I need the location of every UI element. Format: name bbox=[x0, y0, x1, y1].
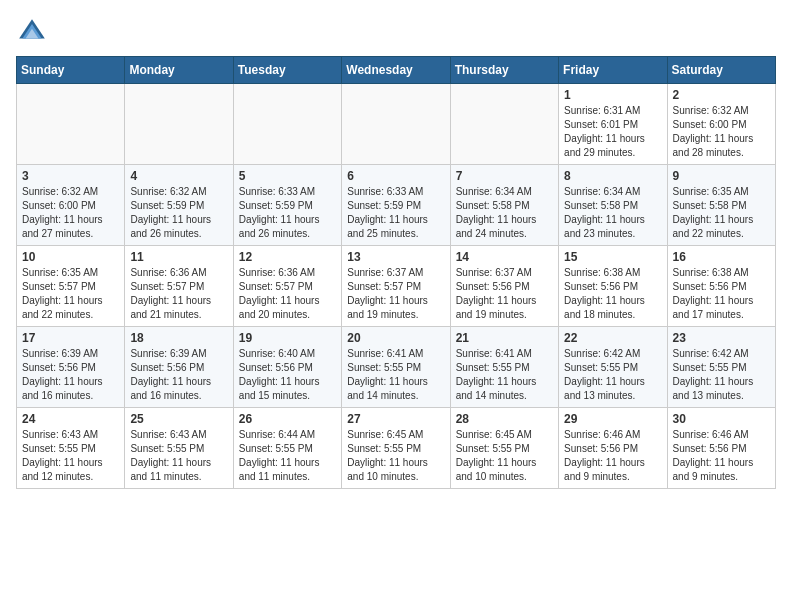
calendar-cell: 22Sunrise: 6:42 AM Sunset: 5:55 PM Dayli… bbox=[559, 327, 667, 408]
day-info: Sunrise: 6:32 AM Sunset: 6:00 PM Dayligh… bbox=[22, 185, 119, 241]
calendar-cell: 4Sunrise: 6:32 AM Sunset: 5:59 PM Daylig… bbox=[125, 165, 233, 246]
day-info: Sunrise: 6:43 AM Sunset: 5:55 PM Dayligh… bbox=[130, 428, 227, 484]
weekday-header-sunday: Sunday bbox=[17, 57, 125, 84]
day-number: 2 bbox=[673, 88, 770, 102]
day-info: Sunrise: 6:41 AM Sunset: 5:55 PM Dayligh… bbox=[456, 347, 553, 403]
day-number: 23 bbox=[673, 331, 770, 345]
weekday-header-saturday: Saturday bbox=[667, 57, 775, 84]
calendar-cell: 24Sunrise: 6:43 AM Sunset: 5:55 PM Dayli… bbox=[17, 408, 125, 489]
weekday-header-thursday: Thursday bbox=[450, 57, 558, 84]
calendar-cell bbox=[17, 84, 125, 165]
day-info: Sunrise: 6:33 AM Sunset: 5:59 PM Dayligh… bbox=[347, 185, 444, 241]
calendar-cell: 9Sunrise: 6:35 AM Sunset: 5:58 PM Daylig… bbox=[667, 165, 775, 246]
week-row-1: 1Sunrise: 6:31 AM Sunset: 6:01 PM Daylig… bbox=[17, 84, 776, 165]
day-number: 16 bbox=[673, 250, 770, 264]
calendar-cell: 2Sunrise: 6:32 AM Sunset: 6:00 PM Daylig… bbox=[667, 84, 775, 165]
calendar-cell: 29Sunrise: 6:46 AM Sunset: 5:56 PM Dayli… bbox=[559, 408, 667, 489]
day-info: Sunrise: 6:46 AM Sunset: 5:56 PM Dayligh… bbox=[673, 428, 770, 484]
day-number: 6 bbox=[347, 169, 444, 183]
weekday-header-monday: Monday bbox=[125, 57, 233, 84]
calendar: SundayMondayTuesdayWednesdayThursdayFrid… bbox=[16, 56, 776, 489]
day-info: Sunrise: 6:42 AM Sunset: 5:55 PM Dayligh… bbox=[673, 347, 770, 403]
day-number: 7 bbox=[456, 169, 553, 183]
day-info: Sunrise: 6:35 AM Sunset: 5:57 PM Dayligh… bbox=[22, 266, 119, 322]
weekday-header-wednesday: Wednesday bbox=[342, 57, 450, 84]
day-number: 30 bbox=[673, 412, 770, 426]
day-number: 18 bbox=[130, 331, 227, 345]
calendar-cell: 25Sunrise: 6:43 AM Sunset: 5:55 PM Dayli… bbox=[125, 408, 233, 489]
day-info: Sunrise: 6:32 AM Sunset: 6:00 PM Dayligh… bbox=[673, 104, 770, 160]
day-info: Sunrise: 6:32 AM Sunset: 5:59 PM Dayligh… bbox=[130, 185, 227, 241]
calendar-cell bbox=[342, 84, 450, 165]
day-number: 27 bbox=[347, 412, 444, 426]
day-number: 28 bbox=[456, 412, 553, 426]
calendar-cell: 13Sunrise: 6:37 AM Sunset: 5:57 PM Dayli… bbox=[342, 246, 450, 327]
day-info: Sunrise: 6:38 AM Sunset: 5:56 PM Dayligh… bbox=[673, 266, 770, 322]
day-info: Sunrise: 6:44 AM Sunset: 5:55 PM Dayligh… bbox=[239, 428, 336, 484]
calendar-cell: 20Sunrise: 6:41 AM Sunset: 5:55 PM Dayli… bbox=[342, 327, 450, 408]
day-number: 26 bbox=[239, 412, 336, 426]
calendar-cell: 30Sunrise: 6:46 AM Sunset: 5:56 PM Dayli… bbox=[667, 408, 775, 489]
day-info: Sunrise: 6:33 AM Sunset: 5:59 PM Dayligh… bbox=[239, 185, 336, 241]
calendar-cell: 12Sunrise: 6:36 AM Sunset: 5:57 PM Dayli… bbox=[233, 246, 341, 327]
calendar-cell: 3Sunrise: 6:32 AM Sunset: 6:00 PM Daylig… bbox=[17, 165, 125, 246]
day-number: 10 bbox=[22, 250, 119, 264]
logo-icon bbox=[16, 16, 48, 48]
weekday-header-row: SundayMondayTuesdayWednesdayThursdayFrid… bbox=[17, 57, 776, 84]
calendar-cell: 10Sunrise: 6:35 AM Sunset: 5:57 PM Dayli… bbox=[17, 246, 125, 327]
calendar-cell: 5Sunrise: 6:33 AM Sunset: 5:59 PM Daylig… bbox=[233, 165, 341, 246]
day-number: 17 bbox=[22, 331, 119, 345]
day-info: Sunrise: 6:38 AM Sunset: 5:56 PM Dayligh… bbox=[564, 266, 661, 322]
day-number: 3 bbox=[22, 169, 119, 183]
day-info: Sunrise: 6:41 AM Sunset: 5:55 PM Dayligh… bbox=[347, 347, 444, 403]
day-info: Sunrise: 6:39 AM Sunset: 5:56 PM Dayligh… bbox=[130, 347, 227, 403]
day-number: 1 bbox=[564, 88, 661, 102]
weekday-header-friday: Friday bbox=[559, 57, 667, 84]
day-info: Sunrise: 6:46 AM Sunset: 5:56 PM Dayligh… bbox=[564, 428, 661, 484]
day-info: Sunrise: 6:35 AM Sunset: 5:58 PM Dayligh… bbox=[673, 185, 770, 241]
day-info: Sunrise: 6:31 AM Sunset: 6:01 PM Dayligh… bbox=[564, 104, 661, 160]
day-number: 12 bbox=[239, 250, 336, 264]
day-info: Sunrise: 6:40 AM Sunset: 5:56 PM Dayligh… bbox=[239, 347, 336, 403]
day-number: 22 bbox=[564, 331, 661, 345]
day-number: 5 bbox=[239, 169, 336, 183]
calendar-cell: 15Sunrise: 6:38 AM Sunset: 5:56 PM Dayli… bbox=[559, 246, 667, 327]
calendar-cell bbox=[450, 84, 558, 165]
calendar-cell: 11Sunrise: 6:36 AM Sunset: 5:57 PM Dayli… bbox=[125, 246, 233, 327]
day-number: 11 bbox=[130, 250, 227, 264]
day-info: Sunrise: 6:42 AM Sunset: 5:55 PM Dayligh… bbox=[564, 347, 661, 403]
week-row-2: 3Sunrise: 6:32 AM Sunset: 6:00 PM Daylig… bbox=[17, 165, 776, 246]
calendar-cell: 7Sunrise: 6:34 AM Sunset: 5:58 PM Daylig… bbox=[450, 165, 558, 246]
day-number: 20 bbox=[347, 331, 444, 345]
day-info: Sunrise: 6:34 AM Sunset: 5:58 PM Dayligh… bbox=[456, 185, 553, 241]
day-number: 14 bbox=[456, 250, 553, 264]
calendar-cell: 21Sunrise: 6:41 AM Sunset: 5:55 PM Dayli… bbox=[450, 327, 558, 408]
day-number: 19 bbox=[239, 331, 336, 345]
calendar-cell: 8Sunrise: 6:34 AM Sunset: 5:58 PM Daylig… bbox=[559, 165, 667, 246]
weekday-header-tuesday: Tuesday bbox=[233, 57, 341, 84]
day-info: Sunrise: 6:36 AM Sunset: 5:57 PM Dayligh… bbox=[239, 266, 336, 322]
day-number: 9 bbox=[673, 169, 770, 183]
calendar-cell: 14Sunrise: 6:37 AM Sunset: 5:56 PM Dayli… bbox=[450, 246, 558, 327]
week-row-4: 17Sunrise: 6:39 AM Sunset: 5:56 PM Dayli… bbox=[17, 327, 776, 408]
day-number: 4 bbox=[130, 169, 227, 183]
day-info: Sunrise: 6:45 AM Sunset: 5:55 PM Dayligh… bbox=[456, 428, 553, 484]
page-header bbox=[16, 16, 776, 48]
calendar-cell: 17Sunrise: 6:39 AM Sunset: 5:56 PM Dayli… bbox=[17, 327, 125, 408]
day-info: Sunrise: 6:43 AM Sunset: 5:55 PM Dayligh… bbox=[22, 428, 119, 484]
calendar-cell: 19Sunrise: 6:40 AM Sunset: 5:56 PM Dayli… bbox=[233, 327, 341, 408]
week-row-3: 10Sunrise: 6:35 AM Sunset: 5:57 PM Dayli… bbox=[17, 246, 776, 327]
day-info: Sunrise: 6:34 AM Sunset: 5:58 PM Dayligh… bbox=[564, 185, 661, 241]
day-info: Sunrise: 6:45 AM Sunset: 5:55 PM Dayligh… bbox=[347, 428, 444, 484]
calendar-cell bbox=[233, 84, 341, 165]
calendar-cell: 6Sunrise: 6:33 AM Sunset: 5:59 PM Daylig… bbox=[342, 165, 450, 246]
day-number: 8 bbox=[564, 169, 661, 183]
calendar-cell: 26Sunrise: 6:44 AM Sunset: 5:55 PM Dayli… bbox=[233, 408, 341, 489]
day-number: 25 bbox=[130, 412, 227, 426]
day-number: 15 bbox=[564, 250, 661, 264]
day-number: 24 bbox=[22, 412, 119, 426]
calendar-cell: 1Sunrise: 6:31 AM Sunset: 6:01 PM Daylig… bbox=[559, 84, 667, 165]
calendar-cell: 28Sunrise: 6:45 AM Sunset: 5:55 PM Dayli… bbox=[450, 408, 558, 489]
logo bbox=[16, 16, 52, 48]
day-number: 21 bbox=[456, 331, 553, 345]
